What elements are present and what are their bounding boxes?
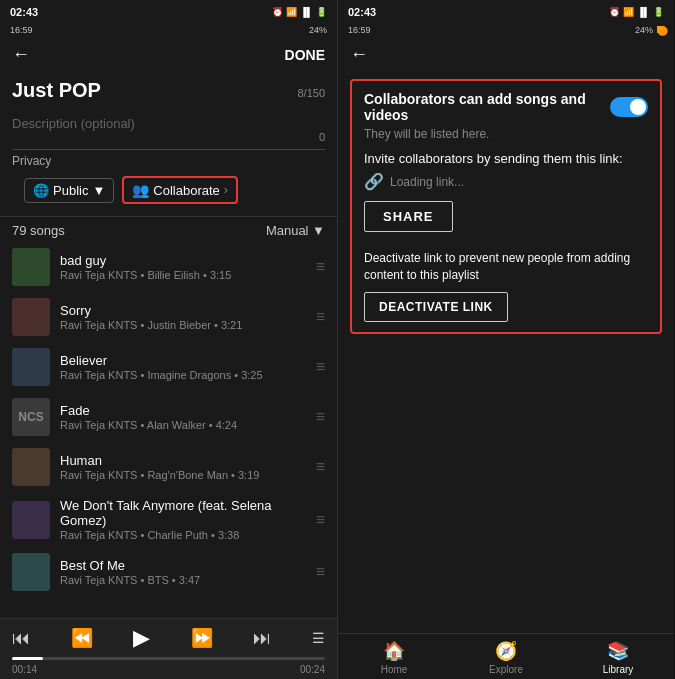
drag-handle[interactable]: ≡ (316, 458, 325, 476)
battery-percent-left: 24% (309, 25, 327, 35)
done-button[interactable]: DONE (285, 47, 325, 63)
song-info: Best Of Me Ravi Teja KNTS • BTS • 3:47 (60, 558, 306, 586)
nav-item-home[interactable]: 🏠 Home (338, 640, 450, 675)
table-row[interactable]: Best Of Me Ravi Teja KNTS • BTS • 3:47 ≡ (0, 547, 337, 597)
song-meta: Ravi Teja KNTS • BTS • 3:47 (60, 574, 306, 586)
table-row[interactable]: NCS Fade Ravi Teja KNTS • Alan Walker • … (0, 392, 337, 442)
share-button[interactable]: SHARE (364, 201, 453, 232)
status-time-left: 02:43 (10, 6, 38, 18)
collab-title: Collaborators can add songs and videos (364, 91, 610, 123)
drag-handle[interactable]: ≡ (316, 258, 325, 276)
song-title: Sorry (60, 303, 306, 318)
alarm-icon: ⏰ (272, 7, 283, 17)
description-placeholder: Description (optional) (12, 116, 325, 131)
song-list: bad guy Ravi Teja KNTS • Billie Eilish •… (0, 242, 337, 618)
table-row[interactable]: Sorry Ravi Teja KNTS • Justin Bieber • 3… (0, 292, 337, 342)
battery-percent-right: 24% (635, 25, 653, 35)
back-button-right[interactable]: ← (350, 44, 368, 65)
drag-handle[interactable]: ≡ (316, 358, 325, 376)
skip-back-button[interactable]: ⏮ (12, 628, 30, 649)
song-info: bad guy Ravi Teja KNTS • Billie Eilish •… (60, 253, 306, 281)
alarm-icon-r: ⏰ (609, 7, 620, 17)
link-row: 🔗 Loading link... (364, 172, 648, 191)
playlist-title-area: Just POP 8/150 (0, 71, 337, 106)
collaborate-button[interactable]: 👥 Collaborate › (122, 176, 238, 204)
song-meta: Ravi Teja KNTS • Justin Bieber • 3:21 (60, 319, 306, 331)
home-icon: 🏠 (383, 640, 405, 662)
total-time: 00:24 (300, 664, 325, 675)
song-thumbnail (12, 248, 50, 286)
table-row[interactable]: Human Ravi Teja KNTS • Rag'n'Bone Man • … (0, 442, 337, 492)
char-count: 8/150 (297, 87, 325, 99)
nav-item-explore[interactable]: 🧭 Explore (450, 640, 562, 675)
drag-handle[interactable]: ≡ (316, 511, 325, 529)
skip-forward-button[interactable]: ⏭ (253, 628, 271, 649)
deactivate-section: Deactivate link to prevent new people fr… (364, 250, 648, 322)
song-meta: Ravi Teja KNTS • Imagine Dragons • 3:25 (60, 369, 306, 381)
status-icons-right: ⏰ 📶 ▐▌ 🔋 (609, 7, 664, 17)
status-bar2-right: 16:59 24% 🟠 (338, 22, 674, 38)
privacy-selector[interactable]: 🌐 Public ▼ (24, 178, 114, 203)
link-text: Loading link... (390, 175, 464, 189)
collab-toggle[interactable] (610, 97, 648, 117)
status-bar-left: 02:43 ⏰ 📶 ▐▌ 🔋 (0, 0, 337, 22)
explore-icon: 🧭 (495, 640, 517, 662)
song-title: We Don't Talk Anymore (feat. Selena Gome… (60, 498, 306, 528)
table-row[interactable]: We Don't Talk Anymore (feat. Selena Gome… (0, 492, 337, 547)
table-row[interactable]: bad guy Ravi Teja KNTS • Billie Eilish •… (0, 242, 337, 292)
back-button-left[interactable]: ← (12, 44, 30, 65)
status-time-right: 02:43 (348, 6, 376, 18)
song-meta: Ravi Teja KNTS • Alan Walker • 4:24 (60, 419, 306, 431)
invite-label: Invite collaborators by sending them thi… (364, 151, 648, 166)
nav-item-library[interactable]: 📚 Library (562, 640, 674, 675)
fast-forward-button[interactable]: ⏩ (191, 627, 213, 649)
rewind-button[interactable]: ⏪ (71, 627, 93, 649)
bottom-nav: 🏠 Home 🧭 Explore 📚 Library (338, 633, 674, 679)
song-info: We Don't Talk Anymore (feat. Selena Gome… (60, 498, 306, 541)
description-field[interactable]: Description (optional) 0 (12, 110, 325, 150)
globe-icon: 🌐 (33, 183, 49, 198)
song-thumbnail (12, 553, 50, 591)
top-nav-left: ← DONE (0, 38, 337, 71)
deactivate-desc: Deactivate link to prevent new people fr… (364, 250, 648, 284)
battery-icon-r: 🔋 (653, 7, 664, 17)
song-info: Sorry Ravi Teja KNTS • Justin Bieber • 3… (60, 303, 306, 331)
wifi-icon: 📶 (286, 7, 297, 17)
song-meta: Ravi Teja KNTS • Charlie Puth • 3:38 (60, 529, 306, 541)
play-button[interactable]: ▶ (133, 625, 150, 651)
nav-label-home: Home (381, 664, 408, 675)
song-thumbnail (12, 501, 50, 539)
signal-icon-r: ▐▌ (637, 7, 650, 17)
current-time: 00:14 (12, 664, 37, 675)
privacy-section: Privacy 🌐 Public ▼ 👥 Collaborate › (0, 154, 337, 214)
song-info: Believer Ravi Teja KNTS • Imagine Dragon… (60, 353, 306, 381)
drag-handle[interactable]: ≡ (316, 308, 325, 326)
song-info: Human Ravi Teja KNTS • Rag'n'Bone Man • … (60, 453, 306, 481)
song-title: Best Of Me (60, 558, 306, 573)
status-icons-left: ⏰ 📶 ▐▌ 🔋 (272, 7, 327, 17)
queue-button[interactable]: ☰ (312, 630, 325, 646)
collab-subtitle: They will be listed here. (364, 127, 648, 141)
top-nav-right: ← (338, 38, 674, 71)
nav-label-explore: Explore (489, 664, 523, 675)
drag-handle[interactable]: ≡ (316, 563, 325, 581)
progress-fill (12, 657, 43, 660)
collab-header: Collaborators can add songs and videos (364, 91, 648, 123)
deactivate-button[interactable]: DEACTIVATE LINK (364, 292, 508, 322)
table-row[interactable]: Believer Ravi Teja KNTS • Imagine Dragon… (0, 342, 337, 392)
privacy-chevron: ▼ (92, 183, 105, 198)
battery-icon: 🔋 (316, 7, 327, 17)
collab-box: Collaborators can add songs and videos T… (350, 79, 662, 334)
library-icon: 📚 (607, 640, 629, 662)
toggle-knob (630, 99, 646, 115)
right-panel: 02:43 ⏰ 📶 ▐▌ 🔋 16:59 24% 🟠 ← Collaborato… (337, 0, 674, 679)
progress-bar[interactable] (12, 657, 325, 660)
drag-handle[interactable]: ≡ (316, 408, 325, 426)
song-thumbnail: NCS (12, 398, 50, 436)
link-icon: 🔗 (364, 172, 384, 191)
nav-label-library: Library (603, 664, 634, 675)
privacy-row: 🌐 Public ▼ 👥 Collaborate › (12, 170, 325, 210)
secondary-time-left: 16:59 (10, 25, 33, 35)
sort-button[interactable]: Manual ▼ (266, 223, 325, 238)
status-bar-right: 02:43 ⏰ 📶 ▐▌ 🔋 (338, 0, 674, 22)
